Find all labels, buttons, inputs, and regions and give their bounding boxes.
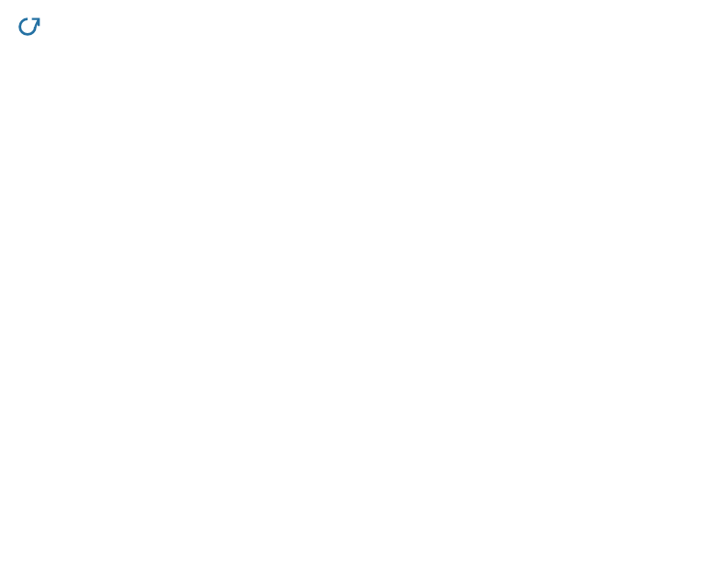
logo-icon: [15, 15, 40, 40]
logo: [15, 15, 44, 40]
page-header: [15, 15, 713, 40]
